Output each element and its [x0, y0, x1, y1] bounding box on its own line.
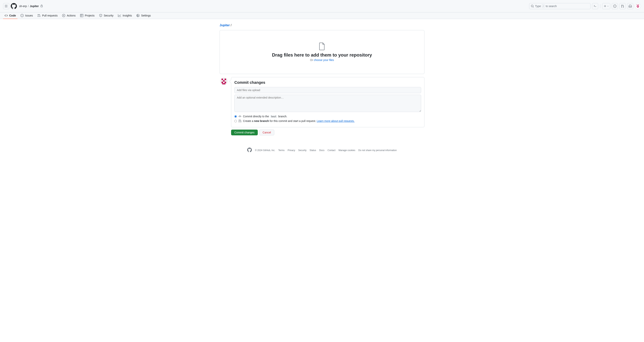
triangle-down-icon: [607, 5, 609, 7]
issues-button[interactable]: [612, 3, 618, 9]
search-input[interactable]: Type / to search: [529, 3, 590, 9]
option-text: Commit directly to the test branch.: [243, 115, 287, 118]
dropzone-title: Drag files here to add them to your repo…: [226, 52, 418, 58]
app-header: sh-erp / Jupiter Type / to search: [0, 0, 644, 12]
plus-icon: [604, 4, 606, 8]
cancel-button[interactable]: Cancel: [259, 130, 274, 135]
tab-label: Projects: [85, 14, 94, 17]
tab-label: Insights: [122, 14, 132, 17]
footer-link-status[interactable]: Status: [310, 149, 316, 152]
file-dropzone[interactable]: Drag files here to add them to your repo…: [220, 30, 424, 74]
commit-actions: Commit changes Cancel: [231, 130, 424, 135]
svg-rect-12: [224, 82, 226, 83]
svg-rect-5: [638, 6, 639, 7]
footer-manage-cookies[interactable]: Manage cookies: [338, 149, 355, 152]
main-content: Jupiter / Drag files here to add them to…: [216, 19, 428, 140]
search-icon: [531, 4, 534, 8]
commit-direct-radio[interactable]: [234, 115, 237, 118]
avatar-identicon: [220, 77, 228, 85]
github-mark-icon: [247, 148, 252, 152]
command-palette-icon: [594, 4, 597, 8]
git-pull-request-icon: [621, 4, 624, 8]
svg-rect-10: [223, 80, 224, 82]
svg-rect-1: [637, 4, 638, 5]
divider: [600, 4, 600, 8]
notifications-button[interactable]: [627, 3, 633, 9]
inbox-icon: [629, 4, 632, 8]
command-palette-button[interactable]: [592, 3, 598, 9]
commit-title: Commit changes: [234, 80, 421, 85]
git-pull-request-icon: [238, 119, 242, 122]
header-actions: [592, 3, 641, 9]
file-icon: [226, 42, 418, 51]
footer-link-docs[interactable]: Docs: [319, 149, 324, 152]
learn-pr-link[interactable]: Learn more about pull requests.: [317, 119, 354, 122]
commit-section: Commit changes Commit directly to the te…: [220, 77, 424, 127]
commit-avatar[interactable]: [220, 77, 228, 85]
repo-link[interactable]: Jupiter: [30, 4, 39, 8]
hamburger-icon: [4, 4, 8, 8]
tab-projects[interactable]: Projects: [79, 12, 96, 19]
tab-settings[interactable]: Settings: [135, 12, 152, 19]
shield-icon: [99, 14, 102, 17]
footer-do-not-share[interactable]: Do not share my personal information: [358, 149, 396, 152]
tab-label: Pull requests: [42, 14, 58, 17]
graph-icon: [118, 14, 121, 17]
github-logo[interactable]: [11, 3, 17, 9]
svg-rect-8: [222, 79, 223, 80]
search-text-suffix: to search: [546, 4, 557, 8]
user-avatar[interactable]: [635, 3, 641, 9]
footer-link-terms[interactable]: Terms: [278, 149, 284, 152]
tab-label: Settings: [141, 14, 151, 17]
svg-rect-13: [222, 83, 225, 84]
choose-files-link[interactable]: choose your files: [314, 58, 334, 61]
repo-nav: Code Issues Pull requests Actions Projec…: [0, 12, 644, 19]
github-mark-icon: [11, 3, 17, 9]
svg-rect-4: [637, 6, 638, 7]
gear-icon: [136, 14, 140, 17]
svg-rect-2: [638, 4, 639, 5]
footer-link-contact[interactable]: Contact: [328, 149, 336, 152]
svg-rect-3: [638, 5, 638, 6]
branch-tag: test: [270, 115, 278, 118]
tab-label: Issues: [25, 14, 33, 17]
tab-code[interactable]: Code: [3, 12, 18, 19]
tab-issues[interactable]: Issues: [19, 12, 34, 19]
commit-summary-input[interactable]: [234, 87, 421, 93]
path-repo-link[interactable]: Jupiter: [220, 23, 230, 27]
path-sep: /: [231, 23, 232, 27]
avatar-identicon: [636, 4, 640, 8]
breadcrumb: sh-erp / Jupiter: [19, 4, 43, 8]
footer-link-privacy[interactable]: Privacy: [288, 149, 295, 152]
git-commit-icon: [238, 115, 242, 118]
commit-button[interactable]: Commit changes: [231, 130, 258, 135]
footer: © 2024 GitHub, Inc. Terms Privacy Securi…: [199, 148, 445, 153]
option-text: Create a new branch for this commit and …: [243, 119, 354, 122]
commit-direct-option[interactable]: Commit directly to the test branch.: [234, 115, 421, 118]
create-new-button[interactable]: [602, 3, 610, 9]
owner-link[interactable]: sh-erp: [19, 4, 27, 8]
commit-branch-radio[interactable]: [234, 120, 237, 122]
pull-requests-button[interactable]: [620, 3, 626, 9]
svg-rect-6: [637, 7, 639, 7]
footer-link-security[interactable]: Security: [298, 149, 306, 152]
tab-label: Actions: [67, 14, 76, 17]
tab-insights[interactable]: Insights: [116, 12, 133, 19]
commit-description-input[interactable]: [234, 95, 421, 112]
hamburger-menu-button[interactable]: [3, 3, 9, 9]
breadcrumb-sep: /: [28, 4, 29, 8]
issue-opened-icon: [613, 4, 616, 8]
table-icon: [80, 14, 83, 17]
svg-rect-11: [222, 82, 223, 83]
tab-actions[interactable]: Actions: [60, 12, 77, 19]
code-icon: [4, 14, 8, 17]
tab-security[interactable]: Security: [98, 12, 115, 19]
tab-label: Security: [104, 14, 114, 17]
dropzone-subtext: Or choose your files: [226, 58, 418, 61]
play-icon: [62, 14, 65, 17]
search-kbd: /: [542, 4, 544, 8]
tab-pull-requests[interactable]: Pull requests: [36, 12, 59, 19]
commit-branch-option[interactable]: Create a new branch for this commit and …: [234, 119, 421, 122]
commit-form: Commit changes Commit directly to the te…: [231, 77, 424, 127]
github-logo-small[interactable]: [247, 148, 252, 153]
